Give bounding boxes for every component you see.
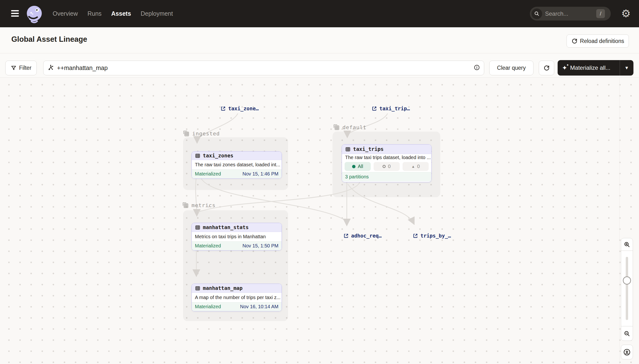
filter-funnel-icon xyxy=(11,65,17,71)
partitions-count: 3 partitions xyxy=(345,174,369,180)
group-tables-icon xyxy=(183,130,190,137)
canvas-edge-divider xyxy=(619,78,620,364)
asset-query-field[interactable] xyxy=(43,60,484,75)
zoom-out-button[interactable] xyxy=(621,326,633,340)
reload-icon xyxy=(571,38,578,44)
partitions-missing-badge[interactable]: 0 xyxy=(374,162,400,171)
filter-button[interactable]: Filter xyxy=(5,60,37,75)
group-tables-icon xyxy=(182,202,189,209)
external-link-icon xyxy=(371,106,377,112)
hamburger-menu-icon[interactable] xyxy=(11,10,19,17)
external-link-icon xyxy=(343,233,349,239)
settings-gear-icon[interactable]: ⚙ xyxy=(620,8,632,19)
graph-query-icon xyxy=(47,64,54,72)
zoom-slider[interactable] xyxy=(621,251,633,326)
asset-query-input[interactable] xyxy=(57,64,474,72)
lineage-toolbar: Filter Clear query ✦✦ xyxy=(0,54,639,78)
partitions-failed-badge[interactable]: ▲ 0 xyxy=(403,162,429,171)
asset-title: manhattan_map xyxy=(203,285,242,291)
table-icon xyxy=(195,286,200,291)
group-label-metrics[interactable]: metrics xyxy=(182,202,216,209)
asset-title: manhattan_stats xyxy=(203,224,249,230)
page-title: Global Asset Lineage xyxy=(11,35,87,44)
ring-icon xyxy=(383,165,386,168)
success-dot-icon xyxy=(352,165,355,168)
asset-description: The raw taxi trips dataset, loaded into … xyxy=(342,154,431,161)
nav-item-overview[interactable]: Overview xyxy=(53,10,78,17)
partition-status-badges: All 0 ▲ 0 xyxy=(342,161,431,172)
materialized-timestamp: Nov 16, 10:14 AM xyxy=(240,304,278,310)
external-link-icon xyxy=(220,106,226,112)
triangle-icon: ▲ xyxy=(411,164,415,168)
group-label-default[interactable]: default xyxy=(333,124,367,131)
dagster-logo-icon[interactable] xyxy=(25,4,44,24)
partitions-all-badge[interactable]: All xyxy=(345,162,371,171)
download-circle-icon xyxy=(623,348,631,356)
refresh-graph-button[interactable] xyxy=(539,60,554,75)
asset-node-manhattan-map[interactable]: manhattan_map A map of the number of tri… xyxy=(192,284,282,312)
asset-description: Metrics on taxi trips in Manhattan xyxy=(192,232,282,241)
recenter-download-button[interactable] xyxy=(621,345,633,360)
nav-item-runs[interactable]: Runs xyxy=(88,10,102,17)
group-tables-icon xyxy=(333,124,340,131)
table-icon xyxy=(195,225,200,230)
page-header: Global Asset Lineage Reload definitions xyxy=(0,27,639,53)
nav-item-assets[interactable]: Assets xyxy=(111,10,131,17)
query-info-icon[interactable] xyxy=(474,64,480,72)
materialized-timestamp: Nov 15, 1:50 PM xyxy=(242,243,278,248)
zoom-slider-track[interactable] xyxy=(626,257,628,320)
external-asset-adhoc-request[interactable]: adhoc_req… xyxy=(343,233,382,239)
clear-query-button[interactable]: Clear query xyxy=(489,60,533,75)
external-asset-trips-by-week[interactable]: trips_by_… xyxy=(412,233,451,239)
materialize-all-button[interactable]: ✦✦ Materialize all... ▾ xyxy=(558,60,633,76)
search-icon xyxy=(531,8,542,19)
primary-nav: Overview Runs Assets Deployment xyxy=(53,0,173,27)
refresh-icon xyxy=(543,65,550,71)
zoom-controls xyxy=(621,238,633,341)
lineage-canvas[interactable]: ingested default metrics xyxy=(0,78,639,364)
reload-definitions-button[interactable]: Reload definitions xyxy=(566,34,629,48)
external-asset-taxi-zone-file[interactable]: taxi_zone… xyxy=(220,106,259,112)
materialized-timestamp: Nov 15, 1:46 PM xyxy=(242,171,278,177)
search-shortcut-key: / xyxy=(596,9,605,18)
group-label-ingested[interactable]: ingested xyxy=(183,130,220,137)
table-icon xyxy=(195,153,200,158)
table-icon xyxy=(345,146,351,152)
search-input[interactable] xyxy=(545,10,586,17)
asset-node-manhattan-stats[interactable]: manhattan_stats Metrics on taxi trips in… xyxy=(192,223,282,250)
materialized-status: Materialized xyxy=(195,171,221,177)
asset-node-taxi-zones[interactable]: taxi_zones The raw taxi zones dataset, l… xyxy=(192,151,282,178)
zoom-in-icon xyxy=(623,241,630,248)
nav-item-deployment[interactable]: Deployment xyxy=(141,10,173,17)
global-search[interactable]: / xyxy=(530,7,611,20)
materialized-status: Materialized xyxy=(195,243,221,248)
asset-title: taxi_trips xyxy=(353,146,383,152)
asset-description: A map of the number of trips per taxi z.… xyxy=(192,293,282,302)
external-asset-taxi-trips-file[interactable]: taxi_trip… xyxy=(371,106,410,112)
top-nav-bar: Overview Runs Assets Deployment / ⚙ xyxy=(0,0,639,27)
zoom-out-icon xyxy=(623,330,630,337)
zoom-slider-thumb[interactable] xyxy=(623,276,631,284)
zoom-in-button[interactable] xyxy=(621,238,633,251)
lineage-edges xyxy=(0,78,639,364)
materialized-status: Materialized xyxy=(195,304,221,310)
external-link-icon xyxy=(412,233,418,239)
asset-description: The raw taxi zones dataset, loaded int..… xyxy=(192,160,282,169)
asset-title: taxi_zones xyxy=(203,153,233,158)
materialize-dropdown-caret[interactable]: ▾ xyxy=(620,65,633,71)
sparkle-icon: ✦✦ xyxy=(562,64,567,72)
asset-node-taxi-trips[interactable]: taxi_trips The raw taxi trips dataset, l… xyxy=(342,144,432,182)
